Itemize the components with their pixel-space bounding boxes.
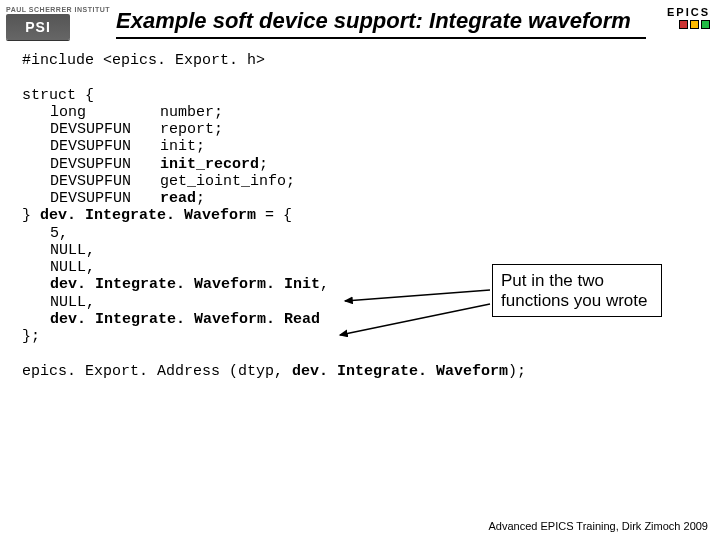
institute-name: PAUL SCHERRER INSTITUT	[6, 6, 110, 13]
psi-mark: PSI	[6, 14, 70, 40]
struct-end: };	[22, 328, 698, 345]
footer-text: Advanced EPICS Training, Dirk Zimoch 200…	[489, 520, 709, 532]
init-fn: dev. Integrate. Waveform. Init	[50, 276, 320, 293]
struct-name: dev. Integrate. Waveform	[40, 207, 256, 224]
epics-squares-icon	[654, 20, 710, 29]
code-block: #include <epics. Export. h> struct { lon…	[0, 42, 720, 380]
page-title: Example soft device support: Integrate w…	[116, 6, 646, 39]
struct-open: struct {	[22, 87, 698, 104]
callout-box: Put in the two functions you wrote	[492, 264, 662, 317]
read-fn: dev. Integrate. Waveform. Read	[50, 311, 320, 328]
export-name: dev. Integrate. Waveform	[292, 363, 508, 380]
psi-logo: PAUL SCHERRER INSTITUT PSI	[6, 6, 110, 40]
include-line: #include <epics. Export. h>	[22, 52, 698, 69]
epics-badge: EPICS	[654, 6, 710, 29]
epics-label: EPICS	[654, 6, 710, 18]
